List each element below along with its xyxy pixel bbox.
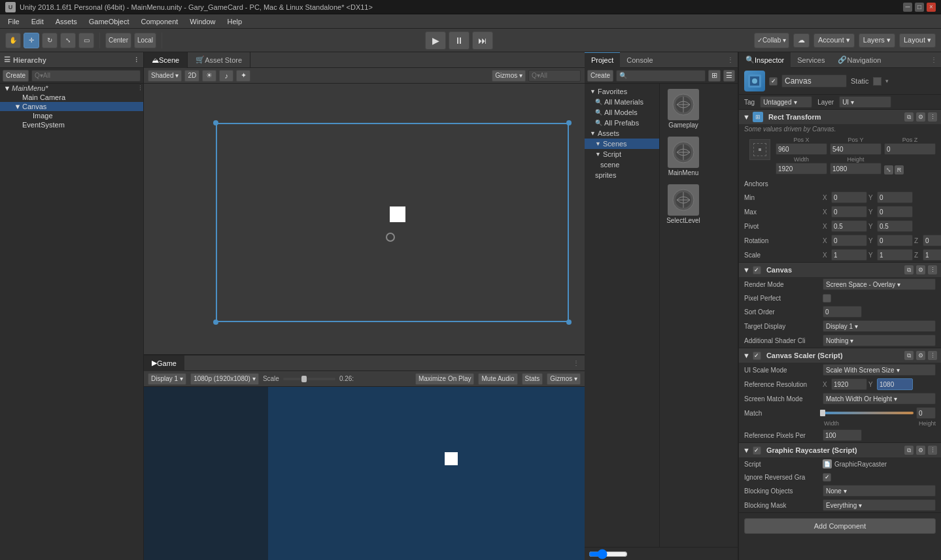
project-panel-menu[interactable]: ⋮ [727,56,738,63]
scene-light-btn[interactable]: ☀ [202,70,216,82]
tool-hand[interactable]: ✋ [5,33,21,48]
canvas-settings-icon[interactable]: ⚙ [916,265,925,274]
reset-icon[interactable]: R [895,165,904,174]
pivot-y-input[interactable] [877,220,913,232]
rot-y-input[interactable] [877,235,913,246]
display-dropdown[interactable]: Display 1 ▾ [148,373,186,385]
hierarchy-menu[interactable]: ⋮ [133,57,139,63]
asset-gameplay[interactable]: Gameplay [662,86,704,131]
scene-viewport[interactable] [144,84,585,354]
rot-z-input[interactable] [923,235,941,246]
tree-assets[interactable]: ▼ Assets [585,128,659,139]
rect-settings-icon[interactable]: ⚙ [916,112,925,122]
tree-all-materials[interactable]: 🔍 All Materials [585,97,659,107]
gizmos-dropdown[interactable]: Gizmos ▾ [492,70,526,82]
tab-services[interactable]: Services [791,52,831,68]
resolution-dropdown[interactable]: 1080p (1920x1080) ▾ [190,373,259,385]
pixel-perfect-checkbox[interactable] [823,294,831,303]
anchor-min-y-input[interactable] [877,191,913,203]
scene-search[interactable] [528,70,581,82]
tab-navigation[interactable]: 🔗 Navigation [831,52,887,68]
sort-order-input[interactable] [823,306,862,318]
raycaster-enabled-checkbox[interactable] [753,446,761,455]
hier-item-canvas[interactable]: ▼ Canvas [0,102,143,111]
rot-x-input[interactable] [831,235,867,246]
2d-button[interactable]: 2D [184,70,199,82]
pos-y-input[interactable] [830,143,881,155]
scaler-menu-icon[interactable]: ⋮ [928,351,937,360]
pivot-local[interactable]: Local [134,33,156,48]
collab-button[interactable]: ✓ Collab ▾ [754,33,789,48]
scaler-enabled-checkbox[interactable] [753,352,761,360]
scene-fx-btn[interactable]: ✦ [236,70,250,82]
tab-inspector[interactable]: 🔍 Inspector [739,52,791,68]
thumbnail-size-slider[interactable] [589,551,628,557]
render-mode-dropdown[interactable]: Screen Space - Overlay ▾ [823,278,936,290]
screen-match-dropdown[interactable]: Match Width Or Height ▾ [823,393,936,404]
menu-help[interactable]: Help [222,16,247,27]
tab-game[interactable]: ▶ Game [144,355,184,371]
tree-all-models[interactable]: 🔍 All Models [585,107,659,118]
tab-console[interactable]: Console [620,52,659,68]
target-display-dropdown[interactable]: Display 1 ▾ [823,320,936,332]
tree-all-prefabs[interactable]: 🔍 All Prefabs [585,118,659,128]
pivot-x-input[interactable] [831,220,867,232]
object-active-checkbox[interactable] [769,77,778,86]
mute-btn[interactable]: Mute Audio [478,373,517,385]
add-component-button[interactable]: Add Component [744,518,936,534]
raycaster-settings-icon[interactable]: ⚙ [916,446,925,455]
play-button[interactable]: ▶ [425,31,446,50]
step-button[interactable]: ⏭ [472,31,493,50]
scene-audio-btn[interactable]: ♪ [219,70,233,82]
resize-icon[interactable]: ⤡ [884,165,893,174]
canvas-enabled-checkbox[interactable] [753,266,761,274]
match-value-input[interactable] [916,407,936,419]
scale-y-input[interactable] [877,249,913,261]
scale-slider[interactable] [283,378,335,380]
project-create-btn[interactable]: Create [587,70,613,82]
ref-pixels-input[interactable] [823,429,862,441]
game-panel-menu[interactable]: ⋮ [573,359,585,367]
menu-gameobject[interactable]: GameObject [84,16,135,27]
hier-item-eventsystem[interactable]: EventSystem [0,120,143,129]
scaler-settings-icon[interactable]: ⚙ [916,351,925,360]
hier-item-maincamera[interactable]: Main Camera [0,93,143,102]
object-name-input[interactable] [781,74,847,88]
close-button[interactable]: × [927,3,936,12]
layer-dropdown[interactable]: UI ▾ [839,96,891,108]
cloud-button[interactable]: ☁ [793,33,810,48]
tool-rotate[interactable]: ↻ [42,33,58,48]
canvas-scaler-header[interactable]: ▼ Canvas Scaler (Script) ⧉ ⚙ ⋮ [739,348,941,363]
layout-dropdown[interactable]: Layout ▾ [899,33,936,48]
project-search[interactable] [616,70,706,82]
raycaster-header[interactable]: ▼ Graphic Raycaster (Script) ⧉ ⚙ ⋮ [739,443,941,457]
tab-scene[interactable]: ⛰ Scene [144,52,188,68]
anchor-min-x-input[interactable] [831,191,867,203]
layers-dropdown[interactable]: Layers ▾ [859,33,895,48]
raycaster-menu-icon[interactable]: ⋮ [928,446,937,455]
tool-move[interactable]: ✛ [24,33,39,48]
rect-transform-header[interactable]: ▼ ⊞ Rect Transform ⧉ ⚙ ⋮ [739,110,941,124]
ignore-reversed-checkbox[interactable] [823,473,831,482]
project-filter-btn[interactable]: ☰ [723,70,735,82]
maximize-btn[interactable]: Maximize On Play [415,373,475,385]
menu-file[interactable]: File [3,16,25,27]
asset-mainmenu[interactable]: MainMenu [662,134,704,179]
pivot-center[interactable]: Center [105,33,131,48]
tree-scenes[interactable]: ▼ Scenes [585,139,659,149]
tool-rect[interactable]: ▭ [78,33,94,48]
anchor-max-x-input[interactable] [831,206,867,218]
tab-asset-store[interactable]: 🛒 Asset Store [188,52,250,68]
pos-z-input[interactable] [884,143,936,155]
tool-scale[interactable]: ⤡ [60,33,76,48]
shading-dropdown[interactable]: Shaded ▾ [148,70,182,82]
menu-component[interactable]: Component [135,16,183,27]
rect-menu-icon[interactable]: ⋮ [928,112,937,122]
asset-selectlevel[interactable]: SelectLevel [662,182,704,227]
hier-item-mainmenu[interactable]: ▼ MainMenu* ⋮ [0,84,143,93]
match-slider[interactable] [823,412,914,414]
tree-sprites[interactable]: sprites [585,170,659,180]
maximize-button[interactable]: □ [915,3,924,12]
canvas-section-header[interactable]: ▼ Canvas ⧉ ⚙ ⋮ [739,263,941,277]
menu-window[interactable]: Window [184,16,220,27]
